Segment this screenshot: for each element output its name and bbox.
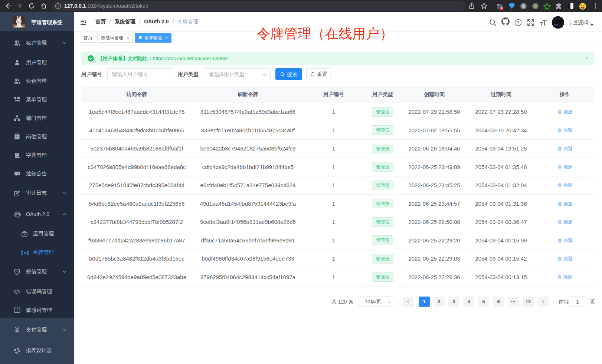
- svg-text:a: a: [24, 251, 26, 255]
- svg-text:9: 9: [501, 7, 502, 10]
